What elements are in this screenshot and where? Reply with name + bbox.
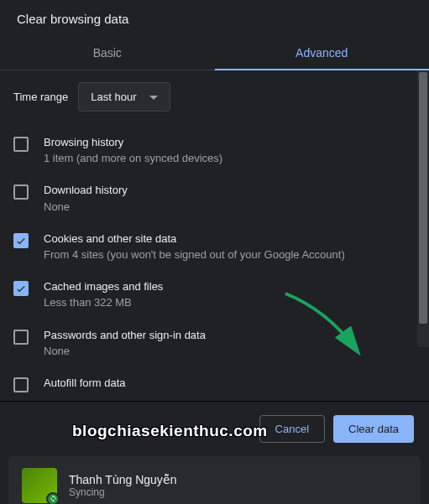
option-title: Browsing history (44, 135, 404, 150)
option-row[interactable]: Autofill form data (13, 367, 404, 401)
clear-data-button[interactable]: Clear data (333, 415, 414, 443)
scrollbar[interactable] (417, 70, 429, 347)
checkbox[interactable] (13, 281, 29, 296)
option-row[interactable]: Browsing history1 item (and more on sync… (13, 127, 404, 174)
checkbox[interactable] (13, 184, 29, 200)
checkbox[interactable] (13, 330, 29, 345)
dialog-title: Clear browsing data (0, 0, 429, 36)
checkbox[interactable] (13, 137, 29, 152)
sync-badge-icon (46, 492, 60, 504)
chevron-down-icon (149, 91, 158, 103)
watermark: blogchiasekienthuc.com (72, 422, 268, 440)
option-subtitle: 1 item (and more on synced devices) (44, 151, 404, 166)
cancel-button[interactable]: Cancel (259, 415, 325, 443)
profile-card: Thanh Tùng Nguyễn Syncing (8, 456, 421, 504)
option-title: Download history (44, 183, 404, 198)
scrollbar-thumb[interactable] (419, 72, 427, 324)
tabs: Basic Advanced (0, 36, 429, 70)
checkbox[interactable] (13, 377, 29, 392)
time-range-value: Last hour (91, 91, 136, 103)
option-row[interactable]: Cached images and filesLess than 322 MB (13, 271, 404, 319)
tab-advanced[interactable]: Advanced (215, 36, 430, 70)
dialog-content: Time range Last hour Browsing history1 i… (0, 70, 417, 401)
avatar (22, 468, 57, 503)
option-subtitle: None (44, 200, 404, 215)
option-row[interactable]: Passwords and other sign-in dataNone (13, 320, 404, 367)
tab-basic[interactable]: Basic (0, 36, 215, 70)
option-row[interactable]: Download historyNone (13, 174, 404, 222)
option-title: Passwords and other sign-in data (44, 328, 404, 343)
option-row[interactable]: Cookies and other site dataFrom 4 sites … (13, 223, 404, 271)
checkbox[interactable] (13, 233, 29, 248)
option-subtitle: Less than 322 MB (44, 295, 404, 310)
option-subtitle: From 4 sites (you won't be signed out of… (44, 247, 404, 262)
time-range-label: Time range (13, 91, 68, 103)
option-title: Cookies and other site data (44, 231, 404, 247)
option-subtitle: None (44, 344, 404, 359)
option-title: Autofill form data (44, 376, 404, 391)
profile-name: Thanh Tùng Nguyễn (69, 473, 177, 486)
time-range-select[interactable]: Last hour (78, 82, 170, 112)
profile-status: Syncing (69, 486, 177, 498)
option-title: Cached images and files (44, 279, 404, 294)
